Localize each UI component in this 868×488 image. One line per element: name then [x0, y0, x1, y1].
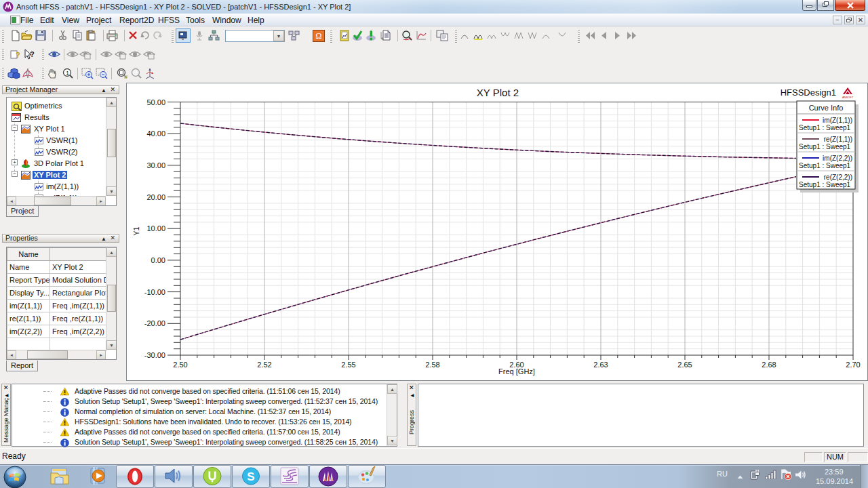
svg-text:Setup1 : Sweep1: Setup1 : Sweep1: [799, 162, 851, 169]
svg-text:2.68: 2.68: [762, 361, 776, 369]
svg-text:50.00: 50.00: [146, 98, 165, 106]
svg-text:S: S: [247, 470, 254, 483]
svg-text:im(Z(2,2)): im(Z(2,2)): [823, 155, 852, 162]
svg-text:2.50: 2.50: [173, 361, 187, 369]
svg-text:XY Plot 2: XY Plot 2: [477, 87, 519, 98]
svg-text:2.55: 2.55: [341, 361, 355, 369]
svg-text:-30.00: -30.00: [144, 351, 165, 359]
svg-text:Setup1 : Sweep1: Setup1 : Sweep1: [799, 124, 851, 131]
svg-text:Y1: Y1: [132, 226, 140, 235]
svg-text:20.00: 20.00: [146, 193, 165, 201]
svg-text:10.00: 10.00: [146, 224, 165, 232]
svg-text:40.00: 40.00: [146, 129, 165, 138]
svg-text:-20.00: -20.00: [144, 319, 165, 327]
svg-text:-10.00: -10.00: [144, 288, 165, 296]
svg-text:Setup1 : Sweep1: Setup1 : Sweep1: [799, 181, 851, 188]
svg-text:re(Z(1,1)): re(Z(1,1)): [824, 136, 852, 143]
svg-text:?: ?: [30, 50, 35, 58]
svg-text:30.00: 30.00: [146, 161, 165, 169]
svg-text:re(Z(2,2)): re(Z(2,2)): [824, 174, 852, 181]
svg-text:2.65: 2.65: [677, 361, 692, 369]
svg-text:2.70: 2.70: [846, 361, 860, 369]
svg-text:ANSOFT: ANSOFT: [842, 96, 854, 99]
svg-text:2.52: 2.52: [257, 361, 271, 369]
svg-text:0.00: 0.00: [151, 256, 165, 264]
svg-text:2.63: 2.63: [593, 361, 608, 369]
svg-text:Setup1 : Sweep1: Setup1 : Sweep1: [799, 143, 851, 150]
svg-text:im(Z(1,1)): im(Z(1,1)): [823, 117, 852, 124]
svg-text:2.60: 2.60: [509, 361, 524, 369]
svg-text:1: 1: [66, 70, 69, 77]
svg-text:2.58: 2.58: [425, 361, 439, 369]
svg-text:Curve Info: Curve Info: [809, 104, 844, 112]
svg-text:?: ?: [16, 51, 20, 59]
svg-text:HFSSDesign1: HFSSDesign1: [781, 87, 836, 98]
